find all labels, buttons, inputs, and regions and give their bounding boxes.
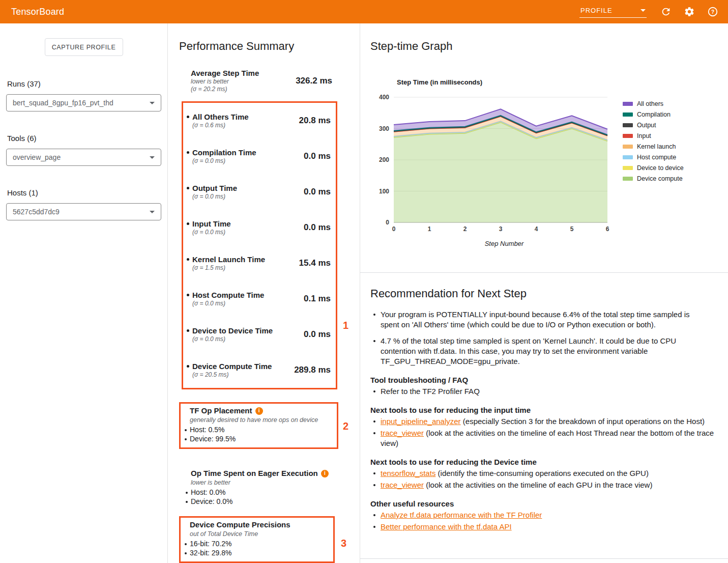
list-item: Host: 0.0% (182, 488, 360, 497)
step-time-breakdown-list: All Others Time(σ = 0.6 ms)20.8 msCompil… (182, 101, 337, 389)
svg-text:200: 200 (379, 156, 389, 163)
metric-value: 0.0 ms (304, 187, 331, 197)
metric-value: 0.0 ms (304, 329, 331, 340)
tools-select[interactable]: overview_page (6, 149, 161, 166)
eager-execution-items: Host: 0.0%Device: 0.0% (182, 488, 360, 506)
help-button[interactable]: ? (707, 6, 719, 18)
input-pipeline-analyzer-link[interactable]: input_pipeline_analyzer (381, 417, 461, 426)
settings-button[interactable] (683, 6, 695, 18)
tensorboard-app: TensorBoard PROFILE ? (0, 0, 728, 563)
list-item: Your program is POTENTIALLY input-bound … (370, 309, 710, 330)
svg-text:3: 3 (499, 226, 503, 233)
metric-value: 0.0 ms (304, 222, 331, 233)
metric-row: Host Compute Time(σ = 0.0 ms)0.1 ms (183, 281, 336, 317)
runs-select-value: bert_squad_8gpu_fp16_pvt_thd (13, 99, 113, 107)
step-time-graph-title: Step-time Graph (370, 40, 728, 53)
faq-items: Refer to the TF2 Profiler FAQ (370, 386, 716, 397)
device-compute-precisions-items: 16-bit: 70.2%32-bit: 29.8% (181, 539, 328, 557)
bullet (187, 116, 189, 118)
dashboard-selector[interactable]: PROFILE (579, 6, 647, 18)
section-title-text: Device Compute Precisions (190, 520, 290, 530)
trace-viewer-link[interactable]: trace_viewer (381, 481, 424, 489)
eager-execution-note: lower is better (182, 478, 360, 487)
chart-wrap: 01002003004000123456 Step Number All oth… (370, 90, 728, 247)
chevron-down-icon (150, 102, 155, 104)
legend-label: Input (637, 132, 651, 139)
device-tools-items: tensorflow_stats (identify the time-cons… (370, 468, 716, 490)
legend-label: Output (637, 122, 656, 129)
hosts-label: Hosts (1) (7, 188, 167, 197)
metric-sigma: (σ = 0.6 ms) (192, 122, 249, 129)
list-item-text: (look at the activities on the timeline … (381, 429, 714, 447)
metric-name: Compilation Time (192, 148, 256, 157)
metric-sigma: (σ = 1.5 ms) (192, 264, 265, 272)
annotation-number-1: 1 (343, 320, 348, 331)
tools-label: Tools (6) (7, 134, 167, 143)
metric-info: Device Compute Time(σ = 20.5 ms) (192, 361, 272, 379)
svg-text:?: ? (711, 9, 714, 15)
bullet (187, 222, 189, 225)
metric-name: Host Compute Time (192, 290, 264, 300)
metric-name: Kernel Launch Time (192, 255, 265, 264)
svg-text:4: 4 (535, 226, 538, 233)
svg-text:2: 2 (463, 226, 467, 233)
legend-label: Device compute (637, 175, 683, 182)
metric-value: 289.8 ms (294, 365, 331, 375)
legend-item: All others (623, 98, 684, 109)
tfdata-api-link[interactable]: Better performance with the tf.data API (381, 522, 512, 531)
svg-text:5: 5 (570, 226, 574, 233)
metric-name: Output Time (192, 183, 237, 193)
svg-text:300: 300 (379, 125, 389, 132)
chart-x-axis-label: Step Number (370, 240, 618, 247)
tf-op-placement-items: Host: 0.5%Device: 99.5% (181, 425, 332, 443)
metric-row: All Others Time(σ = 0.6 ms)20.8 ms (183, 103, 336, 138)
metric-name: All Others Time (192, 112, 249, 122)
legend-swatch (623, 123, 633, 127)
info-icon[interactable] (321, 470, 329, 477)
legend-label: Device to device (637, 164, 684, 172)
tfdata-performance-link[interactable]: Analyze tf.data performance with the TF … (381, 511, 542, 519)
metric-info: Input Time(σ = 0.0 ms) (192, 219, 231, 236)
average-step-time: Average Step Time lower is better (σ = 2… (191, 68, 332, 93)
dashboard-selector-value: PROFILE (580, 7, 613, 14)
eager-execution-title: Op Time Spent on Eager Execution (182, 468, 360, 478)
legend-swatch (623, 155, 633, 159)
metric-value: 0.1 ms (304, 294, 331, 304)
sidebar: CAPTURE PROFILE Runs (37) bert_squad_8gp… (0, 23, 168, 563)
capture-profile-button[interactable]: CAPTURE PROFILE (45, 38, 123, 56)
chart-title: Step Time (in milliseconds) (397, 78, 728, 86)
reload-icon (660, 6, 672, 17)
metric-sigma: (σ = 0.0 ms) (192, 229, 231, 236)
list-item: trace_viewer (look at the activities on … (370, 480, 714, 490)
bullet (187, 294, 189, 296)
tensorflow-stats-link[interactable]: tensorflow_stats (381, 469, 435, 477)
annotation-box-3-wrap: Device Compute Precisions out of Total D… (179, 516, 360, 563)
trace-viewer-link[interactable]: trace_viewer (381, 429, 424, 437)
list-item-text: (look at the activities on the timeline … (424, 481, 652, 489)
list-item-text: (identify the time-consuming operations … (435, 469, 649, 477)
input-tools-heading: Next tools to use for reducing the input… (370, 406, 716, 414)
chevron-down-icon (150, 211, 155, 213)
list-item-text: (especially Section 3 for the breakdown … (461, 417, 705, 426)
list-item: trace_viewer (look at the activities on … (370, 428, 714, 448)
svg-text:6: 6 (606, 226, 609, 233)
chevron-down-icon (640, 9, 646, 12)
legend-swatch (623, 177, 633, 181)
metric-info: All Others Time(σ = 0.6 ms) (192, 112, 249, 129)
metric-sigma: (σ = 20.2 ms) (191, 86, 259, 93)
input-tools-items: input_pipeline_analyzer (especially Sect… (370, 416, 716, 448)
recommendation-bullets: Your program is POTENTIALLY input-bound … (370, 309, 716, 367)
list-item: 16-bit: 70.2% (181, 539, 328, 548)
info-icon[interactable] (255, 407, 263, 415)
hosts-select[interactable]: 5627c5dd7dc9 (6, 203, 161, 220)
metric-info: Host Compute Time(σ = 0.0 ms) (192, 290, 264, 307)
runs-group: Runs (37) bert_squad_8gpu_fp16_pvt_thd (0, 79, 167, 111)
right-panel: Step-time Graph Step Time (in millisecon… (360, 23, 728, 563)
runs-select[interactable]: bert_squad_8gpu_fp16_pvt_thd (6, 94, 161, 111)
legend-label: Kernel launch (637, 143, 676, 150)
reload-button[interactable] (660, 6, 672, 18)
tf-op-placement-note: generally desired to have more ops on de… (181, 416, 332, 425)
metric-sigma: (σ = 0.0 ms) (192, 300, 264, 307)
top-bar: TensorBoard PROFILE ? (0, 0, 728, 23)
legend-swatch (623, 102, 633, 106)
